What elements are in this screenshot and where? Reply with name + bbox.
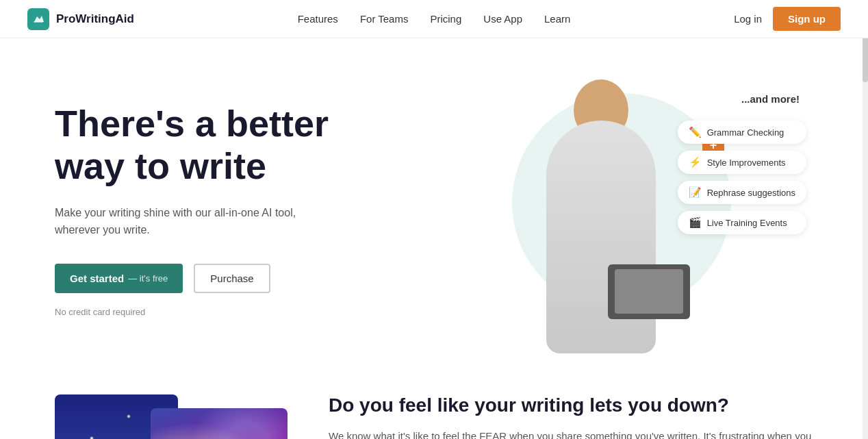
login-link[interactable]: Log in [734, 13, 762, 25]
pill-rephrase: 📝 Rephrase suggestions [678, 181, 806, 204]
hero-right: + ...and more! ✏️ Grammar Checking ⚡ Sty… [471, 79, 813, 340]
section2: My idea in my head Do you feel like your… [0, 367, 868, 439]
hero-buttons: Get started — it's free Purchase [55, 264, 342, 293]
person-illustration [526, 79, 676, 340]
grammar-icon: ✏️ [689, 126, 702, 138]
hero-left: There's a better way to write Make your … [55, 102, 342, 316]
section2-title: Do you feel like your writing lets you d… [329, 394, 813, 416]
painting-stack: My idea in my head [55, 394, 288, 439]
laptop-screen [615, 269, 683, 314]
laptop-illustration [608, 264, 690, 319]
nav-cta: Log in Sign up [734, 7, 841, 31]
svg-rect-0 [34, 21, 43, 23]
nav-learn[interactable]: Learn [544, 13, 570, 25]
and-more-label: ...and more! [741, 93, 800, 105]
hero-subtitle: Make your writing shine with our all-in-… [55, 204, 342, 239]
painting-front [151, 408, 288, 439]
logo-icon [27, 8, 49, 30]
feature-pills: ✏️ Grammar Checking ⚡ Style Improvements… [678, 121, 806, 234]
logo-link[interactable]: ProWritingAid [27, 8, 134, 30]
navbar: ProWritingAid Features For Teams Pricing… [0, 0, 868, 38]
scrollbar[interactable] [863, 0, 868, 439]
section2-images: My idea in my head [55, 394, 288, 439]
rephrase-icon: 📝 [689, 186, 702, 199]
nav-use-app[interactable]: Use App [483, 13, 522, 25]
signup-button[interactable]: Sign up [773, 7, 841, 31]
painting-front-inner [151, 408, 288, 439]
purchase-button[interactable]: Purchase [194, 264, 270, 293]
pill-style: ⚡ Style Improvements [678, 151, 806, 174]
nav-pricing[interactable]: Pricing [430, 13, 461, 25]
nav-features[interactable]: Features [298, 13, 338, 25]
training-icon: 🎬 [689, 216, 702, 229]
style-icon: ⚡ [689, 156, 702, 168]
get-started-button[interactable]: Get started — it's free [55, 264, 183, 293]
pill-training: 🎬 Live Training Events [678, 211, 806, 234]
section2-text: We know what it's like to feel the FEAR … [329, 427, 813, 439]
nav-links: Features For Teams Pricing Use App Learn [298, 13, 571, 25]
hero-section: There's a better way to write Make your … [0, 38, 868, 367]
pill-grammar: ✏️ Grammar Checking [678, 121, 806, 144]
section2-content: Do you feel like your writing lets you d… [329, 394, 813, 439]
hero-title: There's a better way to write [55, 102, 342, 187]
nav-for-teams[interactable]: For Teams [360, 13, 409, 25]
hero-illustration: + ...and more! ✏️ Grammar Checking ⚡ Sty… [471, 79, 813, 340]
hero-note: No credit card required [55, 307, 342, 317]
logo-text: ProWritingAid [56, 12, 134, 26]
